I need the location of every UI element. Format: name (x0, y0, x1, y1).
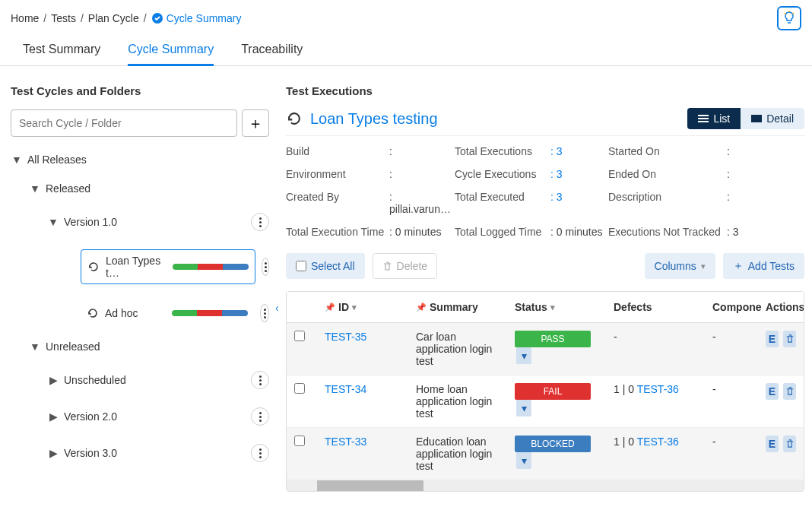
tree-unreleased[interactable]: ▼ Unreleased (11, 336, 269, 357)
header-id[interactable]: 📌ID▾ (317, 292, 408, 322)
row-delete-button[interactable] (783, 383, 796, 400)
summary-cell: Home loan application login test (408, 375, 507, 427)
kebab-button[interactable] (251, 407, 269, 426)
component-cell: - (705, 375, 758, 427)
chevron-down-icon: ▾ (550, 303, 555, 312)
header-component[interactable]: Compone (705, 292, 758, 322)
value-ended: : (727, 168, 757, 180)
progress-bar (172, 310, 248, 316)
row-checkbox[interactable] (294, 436, 305, 446)
header-defects[interactable]: Defects (606, 292, 705, 322)
chevron-down-icon: ▼ (29, 341, 41, 353)
chevron-down-icon: ▾ (701, 261, 706, 271)
header-actions: Actions (758, 292, 804, 322)
label-created-by: Created By (286, 191, 385, 215)
collapse-sidebar-button[interactable]: ‹ (275, 302, 279, 314)
tree-unscheduled[interactable]: ▶ Unscheduled (11, 366, 269, 394)
label-build: Build (286, 145, 385, 157)
kebab-button[interactable] (251, 444, 269, 462)
execute-button[interactable]: E (766, 383, 779, 400)
value-desc: : (727, 191, 757, 215)
defects-cell: 1 | 0 TEST-36 (606, 428, 705, 480)
trash-icon (785, 439, 795, 448)
add-folder-button[interactable]: ＋ (242, 109, 269, 137)
detail-icon (751, 115, 762, 122)
kebab-button[interactable] (251, 371, 269, 389)
value-total-exec: : 3 (550, 145, 604, 157)
status-dropdown[interactable]: ▾ (516, 400, 531, 417)
pin-icon: 📌 (416, 303, 427, 312)
tree-all-releases[interactable]: ▼ All Releases (11, 149, 269, 170)
crumb-plan[interactable]: Plan Cycle (88, 12, 139, 24)
crumb-tests[interactable]: Tests (51, 12, 76, 24)
kebab-button[interactable] (251, 213, 269, 231)
cycle-loan-types[interactable]: Loan Types t… (81, 249, 255, 284)
header-summary[interactable]: 📌Summary (408, 292, 507, 322)
select-all-button[interactable]: Select All (286, 253, 365, 279)
kebab-button[interactable] (262, 258, 269, 276)
chevron-down-icon: ▼ (47, 216, 59, 228)
tree-version-1[interactable]: ▼ Version 1.0 (11, 208, 269, 236)
component-cell: - (705, 323, 758, 375)
test-id-link[interactable]: TEST-34 (325, 383, 366, 395)
value-not-tracked: : 3 (727, 226, 757, 238)
crumb-home[interactable]: Home (11, 12, 39, 24)
chevron-right-icon: ▶ (47, 410, 59, 423)
execute-button[interactable]: E (766, 331, 779, 347)
label-ended: Ended On (608, 168, 722, 180)
label-tet: Total Execution Time (286, 226, 385, 238)
tab-traceability[interactable]: Traceability (241, 43, 303, 65)
chevron-down-icon: ▾ (352, 303, 357, 312)
tree-version-3[interactable]: ▶ Version 3.0 (11, 439, 269, 467)
select-all-checkbox[interactable] (296, 261, 306, 271)
row-checkbox[interactable] (294, 383, 305, 394)
chevron-right-icon: ▶ (47, 374, 59, 386)
delete-button[interactable]: Delete (373, 253, 437, 279)
defect-link[interactable]: TEST-36 (637, 383, 679, 395)
breadcrumb: Home / Tests / Plan Cycle / Cycle Summar… (11, 12, 241, 24)
defect-link[interactable]: TEST-36 (637, 436, 679, 448)
list-icon (698, 115, 709, 122)
defects-cell: - (606, 323, 705, 375)
columns-button[interactable]: Columns ▾ (645, 253, 715, 279)
main-heading: Test Executions (286, 84, 804, 97)
row-checkbox[interactable] (294, 331, 305, 341)
label-started: Started On (608, 145, 722, 157)
header-status[interactable]: Status▾ (507, 292, 606, 322)
sidebar-heading: Test Cycles and Folders (11, 84, 269, 97)
plus-icon: ＋ (733, 259, 744, 273)
view-detail-button[interactable]: Detail (741, 108, 804, 129)
cycle-icon (87, 261, 100, 273)
tab-test-summary[interactable]: Test Summary (23, 43, 100, 65)
hint-button[interactable] (777, 6, 801, 30)
label-env: Environment (286, 168, 385, 180)
test-id-link[interactable]: TEST-33 (325, 436, 366, 448)
test-id-link[interactable]: TEST-35 (325, 331, 366, 343)
search-input[interactable] (11, 109, 237, 137)
tree-released[interactable]: ▼ Released (11, 178, 269, 199)
cycle-adhoc[interactable]: Ad hoc (81, 303, 254, 324)
value-build: : (389, 145, 450, 157)
value-cycle-exec: : 3 (550, 168, 604, 180)
status-dropdown[interactable]: ▾ (516, 452, 531, 469)
label-total-exec: Total Executions (455, 145, 546, 157)
view-list-button[interactable]: List (687, 108, 741, 129)
row-delete-button[interactable] (783, 331, 796, 347)
row-delete-button[interactable] (783, 436, 796, 452)
summary-cell: Car loan application login test (408, 323, 507, 375)
tree-version-2[interactable]: ▶ Version 2.0 (11, 403, 269, 430)
kebab-button[interactable] (260, 304, 269, 322)
execute-button[interactable]: E (766, 436, 779, 452)
add-tests-button[interactable]: ＋ Add Tests (723, 253, 804, 279)
status-dropdown[interactable]: ▾ (516, 347, 531, 364)
cycle-icon (87, 307, 99, 319)
label-desc: Description (608, 191, 722, 215)
defects-cell: 1 | 0 TEST-36 (606, 375, 705, 427)
tab-cycle-summary[interactable]: Cycle Summary (128, 43, 214, 66)
value-env: : (389, 168, 450, 180)
crumb-current: Cycle Summary (151, 12, 242, 24)
horizontal-scrollbar[interactable] (287, 480, 804, 491)
svg-line-3 (785, 13, 786, 14)
svg-line-4 (793, 13, 795, 14)
label-not-tracked: Executions Not Tracked (608, 226, 722, 238)
